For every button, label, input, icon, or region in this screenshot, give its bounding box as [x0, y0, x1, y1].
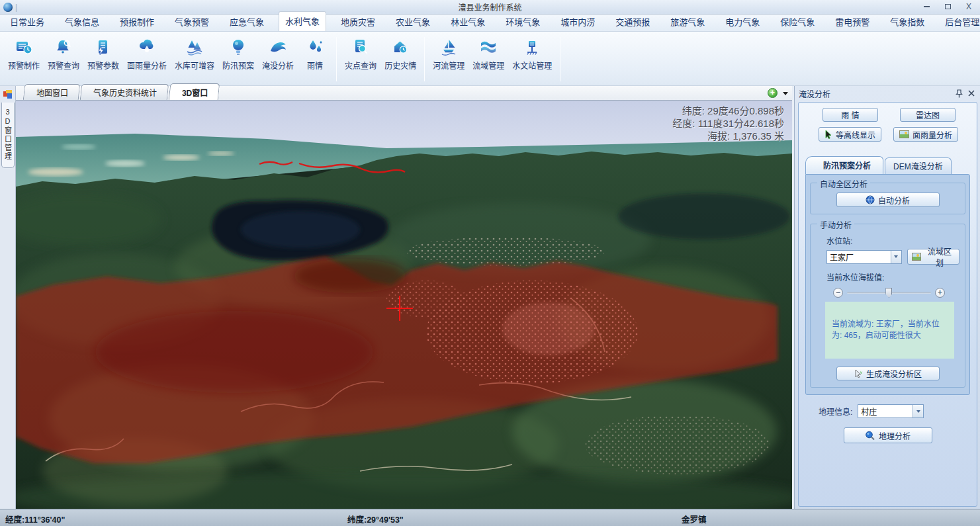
menu-power[interactable]: 电力气象: [719, 13, 766, 31]
overlay-altitude: 海拔: 1,376.35 米: [672, 130, 784, 142]
toolbar-separator: [560, 37, 560, 81]
generate-flood-area-button[interactable]: 生成淹没分析区: [836, 367, 940, 380]
analysis-info-box: 当前流域为: 王家厂，当前水位 为: 465，启动可能性很大: [825, 302, 954, 359]
panel-tab-strip: 防汛预案分析 DEM淹没分析: [805, 159, 970, 174]
menu-insurance[interactable]: 保险气象: [774, 13, 821, 31]
tab-3d-window[interactable]: 3D窗口: [169, 83, 220, 100]
menu-traffic[interactable]: 交通预报: [609, 13, 656, 31]
cursor-sparkle-icon: [854, 369, 863, 378]
tool-basin-manage[interactable]: 流域管理: [468, 34, 508, 84]
geo-info-select[interactable]: 村庄: [858, 404, 924, 418]
tab-weather-history-stats[interactable]: 气象历史资料统计: [80, 84, 169, 100]
station-select[interactable]: 王家厂: [826, 250, 902, 264]
magnifier-icon: [865, 431, 875, 441]
tool-warning-query[interactable]: 预警查询: [44, 34, 83, 84]
slider-thumb[interactable]: [885, 288, 892, 298]
menu-urban-flood[interactable]: 城市内涝: [555, 13, 601, 31]
tab-map-window[interactable]: 地图窗口: [23, 84, 81, 100]
panel-header: 淹没分析: [795, 86, 980, 101]
reservoir-trees-icon: [185, 37, 204, 57]
map-3d-viewport[interactable]: 纬度: 29度46分0.898秒 经度: 111度31分42.618秒 海拔: …: [16, 101, 792, 509]
doc-search-icon: [351, 37, 371, 57]
menu-environment[interactable]: 环境气象: [500, 13, 546, 31]
tool-warning-params[interactable]: 预警参数: [83, 34, 123, 84]
tool-disaster-point-query[interactable]: 灾点查询: [341, 34, 380, 84]
menu-emergency[interactable]: 应急气象: [224, 13, 270, 31]
window-manager-icon: [3, 90, 13, 99]
status-place: 金罗镇: [682, 513, 707, 525]
area-rainfall-button[interactable]: 面雨量分析: [893, 127, 958, 142]
waves-icon: [478, 37, 498, 57]
slider-plus-button[interactable]: +: [935, 288, 945, 298]
minimize-button[interactable]: [919, 1, 934, 12]
auto-analysis-button[interactable]: 自动分析: [836, 193, 940, 207]
bell-search-icon: [54, 37, 73, 57]
geo-analysis-button[interactable]: 地理分析: [844, 427, 932, 443]
house-history-icon: [390, 37, 410, 57]
pin-icon[interactable]: [954, 89, 964, 99]
terrain-render: [16, 101, 792, 509]
window-title: 澧县业务制作系统: [0, 1, 980, 13]
add-tab-button[interactable]: +: [768, 88, 778, 98]
menu-weather-index[interactable]: 气象指数: [884, 13, 930, 31]
tab-flood-plan-analysis[interactable]: 防汛预案分析: [805, 156, 883, 174]
menu-weather-info[interactable]: 气象信息: [59, 13, 105, 31]
overlay-latitude: 纬度: 29度46分0.898秒: [672, 105, 784, 117]
tool-area-rainfall[interactable]: 面雨量分析: [123, 34, 171, 84]
panel-body: 雨 情 雷达图 等高线显示 面雨量分析 防汛预案分析 DEM淹没分析 自动全区分…: [798, 102, 977, 507]
chevron-down-icon[interactable]: [891, 251, 901, 263]
tool-reservoir-capacity[interactable]: 水库可增容: [171, 34, 218, 84]
maximize-button[interactable]: [940, 1, 955, 12]
status-latitude: 纬度:29°49'53": [347, 513, 404, 525]
chevron-down-icon[interactable]: [913, 405, 923, 417]
menu-tourism[interactable]: 旅游气象: [664, 13, 711, 31]
rain-info-button[interactable]: 雨 情: [823, 108, 878, 122]
basin-zoning-button[interactable]: 流域区划: [907, 249, 959, 265]
slider-track[interactable]: [847, 292, 931, 294]
station-label: 水位站:: [826, 235, 961, 246]
manual-analysis-group: 手动分析 水位站: 王家厂 流域区划 当前水位海拔值: −: [810, 224, 965, 388]
water-level-slider: − +: [833, 288, 945, 298]
menu-weather-warning[interactable]: 气象预警: [169, 13, 215, 31]
bulb-icon: [228, 37, 248, 57]
application-window: { "window": { "title": "澧县业务制作系统" }, "me…: [0, 0, 980, 526]
tool-flood-plan[interactable]: 防汛预案: [218, 34, 258, 84]
tab-dem-flood-analysis[interactable]: DEM淹没分析: [885, 157, 952, 174]
warning-params-icon: [93, 37, 113, 57]
menu-admin[interactable]: 后台管理: [939, 13, 980, 31]
document-tab-strip: 地图窗口 气象历史资料统计 3D窗口 +: [16, 86, 792, 101]
panel-close-icon[interactable]: [966, 89, 976, 99]
menu-forestry[interactable]: 林业气象: [445, 13, 491, 31]
slider-minus-button[interactable]: −: [833, 288, 843, 298]
tool-flood-analysis[interactable]: 淹没分析: [258, 34, 298, 84]
panel-title: 淹没分析: [799, 88, 952, 99]
menu-hydro-weather[interactable]: 水利气象: [279, 11, 326, 31]
menu-daily-business[interactable]: 日常业务: [4, 13, 50, 31]
tool-rain-info[interactable]: 雨情: [298, 34, 332, 84]
tool-warning-make[interactable]: 预警制作: [4, 34, 44, 84]
vertical-tab-3d-window-manage[interactable]: 3D窗口管理: [1, 103, 15, 168]
coordinate-overlay: 纬度: 29度46分0.898秒 经度: 111度31分42.618秒 海拔: …: [672, 105, 784, 142]
menu-lightning[interactable]: 雷电预警: [829, 13, 875, 31]
close-button[interactable]: X: [961, 1, 976, 12]
menu-bar: 日常业务 气象信息 预报制作 气象预警 应急气象 水利气象 地质灾害 农业气象 …: [0, 15, 980, 32]
tool-hydro-station-manage[interactable]: 水文站管理: [508, 34, 556, 84]
left-dock-strip: 3D窗口管理: [0, 86, 16, 509]
tool-history-disaster[interactable]: 历史灾情: [380, 34, 420, 84]
menu-geo-disaster[interactable]: 地质灾害: [335, 13, 381, 31]
tab-list-caret-icon[interactable]: [783, 92, 788, 95]
tool-river-manage[interactable]: 河流管理: [429, 34, 468, 84]
flood-analysis-panel: 淹没分析 雨 情 雷达图 等高线显示 面雨量分析 防汛预案分析: [794, 86, 980, 509]
menu-agriculture[interactable]: 农业气象: [390, 13, 436, 31]
hydro-station-icon: [522, 37, 542, 57]
flood-wave-icon: [268, 37, 288, 57]
contour-display-button[interactable]: 等高线显示: [819, 127, 881, 142]
globe-icon: [866, 195, 875, 204]
radar-image-button[interactable]: 雷达图: [900, 108, 956, 122]
menu-forecast-make[interactable]: 预报制作: [114, 13, 160, 31]
level-label: 当前水位海拔值:: [826, 271, 961, 283]
cursor-arrow-icon: [824, 130, 832, 139]
rain-cloud-icon: [137, 37, 157, 57]
auto-analysis-group: 自动全区分析 自动分析: [810, 183, 965, 214]
warning-edit-icon: [14, 37, 34, 57]
